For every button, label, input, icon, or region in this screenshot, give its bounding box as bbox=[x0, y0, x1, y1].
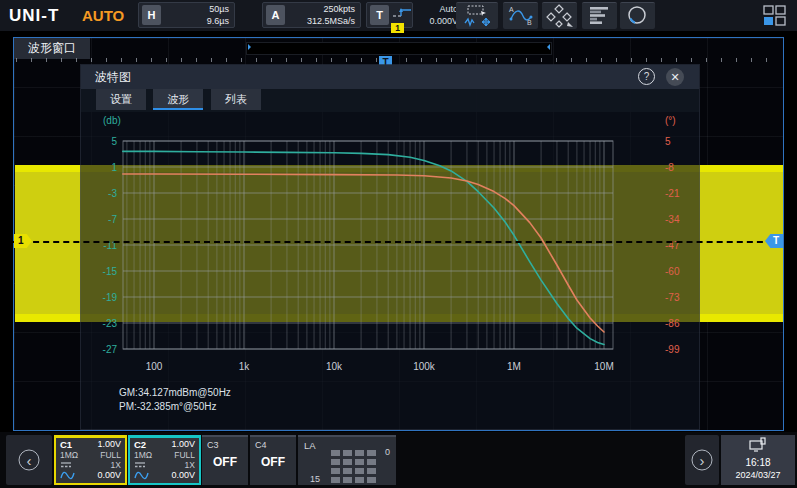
la-bit-indicator bbox=[355, 459, 364, 465]
bottom-bar: ‹ C11.00V 1MΩFULL 1X 0.00V C21.00V 1MΩFU… bbox=[0, 432, 797, 488]
channel2-box[interactable]: C21.00V 1MΩFULL 1X 0.00V bbox=[128, 435, 201, 485]
waveform-math-button[interactable]: A B bbox=[503, 2, 538, 29]
channel2-impedance: 1MΩ bbox=[134, 450, 152, 460]
histogram-icon bbox=[582, 3, 617, 29]
window-layout-icon bbox=[762, 4, 788, 28]
remote-display-icon bbox=[748, 437, 768, 453]
channel2-probe: 1X bbox=[185, 460, 195, 470]
trigger-settings-button[interactable]: T 1 bbox=[366, 2, 413, 28]
right-axis-tick: -34 bbox=[665, 214, 680, 225]
trigger-readout[interactable]: Auto 0.000V bbox=[414, 3, 458, 27]
channel3-box[interactable]: C3 OFF bbox=[202, 435, 248, 485]
timebase-delay-value: 9.6µs bbox=[165, 16, 229, 28]
bode-chart: (db)(°)551-8-3-21-7-34-11-47-15-60-19-73… bbox=[81, 111, 701, 431]
channel4-state: OFF bbox=[250, 455, 296, 469]
gain-curve bbox=[123, 151, 604, 344]
la-bit-indicator bbox=[343, 459, 352, 465]
la-bit-indicator bbox=[343, 477, 352, 483]
histogram-button[interactable] bbox=[582, 2, 617, 29]
trigger-mode-value: Auto bbox=[414, 3, 458, 15]
la-bit-indicator bbox=[331, 450, 340, 456]
channel1-offset: 0.00V bbox=[97, 470, 121, 480]
horizontal-settings-button[interactable]: H 50µs 9.6µs bbox=[138, 2, 235, 28]
margin-annotation: PM:-32.385m°@50Hz bbox=[119, 401, 217, 412]
run-mode-indicator[interactable]: AUTO bbox=[82, 7, 124, 24]
right-axis-tick: -60 bbox=[665, 266, 680, 277]
left-axis-tick: -7 bbox=[108, 214, 117, 225]
left-axis-tick: 5 bbox=[111, 136, 117, 147]
trigger-badge: T bbox=[370, 5, 389, 25]
x-axis-tick: 1M bbox=[507, 361, 521, 372]
search-icon bbox=[620, 3, 655, 29]
svg-text:A: A bbox=[509, 6, 514, 13]
la-bit-indicator bbox=[343, 468, 352, 474]
sample-rate-value: 312.5MSa/s bbox=[289, 16, 355, 28]
dialog-title: 波特图 bbox=[95, 65, 131, 89]
right-axis-tick: -99 bbox=[665, 344, 680, 355]
bode-plot-dialog: 波特图 ? ✕ 设置 波形 列表 (db)(°)551-8-3-21-7-34-… bbox=[80, 64, 700, 430]
logic-analyzer-box[interactable]: LA 0 15 bbox=[298, 435, 396, 485]
x-axis-tick: 10k bbox=[326, 361, 343, 372]
tab-waveform[interactable]: 波形 bbox=[153, 89, 203, 110]
channel1-probe: 1X bbox=[111, 460, 121, 470]
memory-depth-value: 250kpts bbox=[289, 4, 355, 16]
left-axis-tick: -23 bbox=[103, 318, 118, 329]
la-bit-indicator bbox=[367, 468, 376, 474]
channel1-bandwidth: FULL bbox=[100, 450, 121, 460]
select-pan-icon bbox=[456, 3, 498, 29]
timebase-value: 50µs bbox=[165, 4, 229, 16]
waveform-window-tab[interactable]: 波形窗口 bbox=[14, 38, 90, 59]
la-bit-indicator bbox=[331, 468, 340, 474]
channel-bar-collapse-button[interactable]: ‹ bbox=[6, 435, 52, 485]
trigger-edge-icon bbox=[391, 7, 413, 18]
system-clock-box[interactable]: 16:18 2024/03/27 bbox=[721, 435, 795, 485]
channel1-box[interactable]: C11.00V 1MΩFULL 1X 0.00V bbox=[54, 435, 127, 485]
oscilloscope-screen: UNI-T AUTO H 50µs 9.6µs A 250kpts 312.5M… bbox=[0, 0, 797, 488]
channel4-label: C4 bbox=[255, 440, 267, 450]
acquisition-badge: A bbox=[266, 5, 285, 25]
tab-settings[interactable]: 设置 bbox=[96, 89, 146, 110]
channel4-box[interactable]: C4 OFF bbox=[250, 435, 296, 485]
help-button[interactable]: ? bbox=[638, 68, 655, 85]
margin-annotation: GM:34.127mdBm@50Hz bbox=[119, 387, 231, 398]
right-axis-tick: -86 bbox=[665, 318, 680, 329]
left-axis-title: (db) bbox=[103, 115, 121, 126]
close-button[interactable]: ✕ bbox=[666, 68, 684, 86]
horizontal-position-bar[interactable] bbox=[246, 42, 552, 55]
x-axis-tick: 1k bbox=[239, 361, 251, 372]
trigger-source-badge: 1 bbox=[391, 23, 404, 33]
right-axis-title: (°) bbox=[665, 115, 676, 126]
chevron-left-icon: ‹ bbox=[19, 450, 40, 471]
left-axis-tick: -19 bbox=[103, 292, 118, 303]
diamonds-icon bbox=[542, 3, 577, 29]
right-axis-tick: 5 bbox=[665, 136, 671, 147]
la-label: LA bbox=[304, 440, 316, 451]
dialog-title-bar[interactable]: 波特图 ? ✕ bbox=[81, 65, 699, 89]
tab-list[interactable]: 列表 bbox=[211, 89, 261, 110]
sine-wave-icon bbox=[60, 471, 75, 480]
acquisition-settings-button[interactable]: A 250kpts 312.5MSa/s bbox=[262, 2, 361, 28]
select-pan-tool-button[interactable] bbox=[456, 2, 498, 29]
phase-curve bbox=[123, 174, 604, 332]
date-value: 2024/03/27 bbox=[721, 469, 795, 481]
channel-level-line bbox=[13, 241, 783, 243]
sine-wave-icon bbox=[134, 471, 149, 480]
la-bit-indicator bbox=[355, 450, 364, 456]
left-axis-tick: -15 bbox=[103, 266, 118, 277]
x-axis-tick: 10M bbox=[594, 361, 613, 372]
ab-curve-icon: A B bbox=[503, 3, 538, 29]
channel2-bandwidth: FULL bbox=[174, 450, 195, 460]
la-bit-grid bbox=[331, 450, 381, 483]
channel-bar-expand-button[interactable]: › bbox=[685, 435, 719, 485]
window-layout-button[interactable] bbox=[762, 4, 788, 28]
trigger-level-value: 0.000V bbox=[414, 15, 458, 27]
x-axis-tick: 100 bbox=[146, 361, 163, 372]
time-value: 16:18 bbox=[721, 457, 795, 469]
horizontal-badge: H bbox=[142, 5, 161, 25]
la-bit-indicator bbox=[355, 468, 364, 474]
la-last-bit: 15 bbox=[310, 474, 320, 484]
chevron-right-icon: › bbox=[692, 450, 713, 471]
xy-mode-button[interactable] bbox=[542, 2, 577, 29]
search-button[interactable] bbox=[620, 2, 655, 29]
left-axis-tick: -3 bbox=[108, 188, 117, 199]
